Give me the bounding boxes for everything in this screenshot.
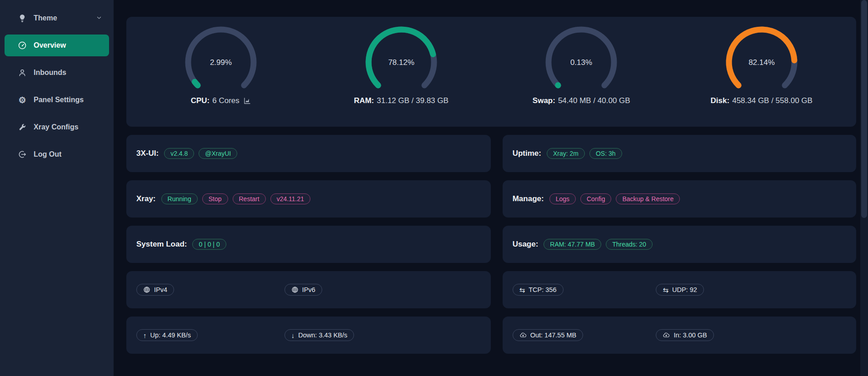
traffic-out-pill: Out: 147.55 MB	[513, 329, 584, 341]
config-button[interactable]: Config	[580, 193, 611, 204]
lightbulb-icon	[17, 13, 27, 23]
uptime-os-tag: OS: 3h	[589, 148, 622, 159]
xray-status-card: Xray: Running Stop Restart v24.11.21	[126, 180, 491, 218]
usage-threads-tag: Threads: 20	[606, 239, 653, 250]
upload-speed-pill: ↑ Up: 4.49 KB/s	[136, 329, 198, 341]
xui-panel: Theme Overview Inbounds	[0, 0, 868, 376]
disk-label: Disk:458.34 GB / 558.00 GB	[711, 96, 813, 105]
svg-text:78.12%: 78.12%	[388, 58, 414, 67]
sidebar-item-overview[interactable]: Overview	[5, 35, 109, 56]
arrow-down-icon: ↓	[291, 332, 295, 339]
swap-gauge: 0.13%	[543, 26, 620, 92]
card-label: 3X-UI:	[136, 149, 159, 158]
sidebar-item-panel-settings[interactable]: ⚙ Panel Settings	[0, 89, 114, 111]
dashboard-icon	[17, 40, 27, 50]
chevron-down-icon[interactable]	[96, 15, 102, 22]
card-label: Xray:	[136, 194, 156, 203]
wrench-icon	[17, 122, 27, 132]
svg-text:2.99%: 2.99%	[210, 58, 232, 67]
sidebar-item-label: Overview	[34, 41, 66, 49]
transfer-arrows-icon: ⇆	[519, 287, 525, 293]
system-gauges-card: 2.99% CPU:6 Cores 78.12% RAM:31.12 GB / …	[126, 17, 856, 127]
sidebar-item-label: Inbounds	[34, 69, 66, 77]
xray-restart-button[interactable]: Restart	[233, 193, 266, 204]
cpu-chart-icon[interactable]	[243, 97, 251, 105]
speed-card: ↑ Up: 4.49 KB/s ↓ Down: 3.43 KB/s	[126, 317, 491, 354]
sidebar-item-label: Log Out	[34, 150, 61, 158]
xray-running-badge: Running	[161, 193, 198, 204]
gauge-swap: 0.13% Swap:54.40 MB / 40.00 GB	[491, 26, 672, 127]
backup-restore-button[interactable]: Backup & Restore	[616, 193, 680, 204]
traffic-in-pill: In: 3.00 GB	[656, 329, 713, 341]
swap-label: Swap:54.40 MB / 40.00 GB	[533, 96, 630, 105]
xray-version-button[interactable]: v24.11.21	[270, 193, 310, 204]
connections-card: ⇆ TCP: 356 ⇆ UDP: 92	[503, 271, 856, 308]
gauge-ram: 78.12% RAM:31.12 GB / 39.83 GB	[311, 26, 492, 127]
xui-version-card: 3X-UI: v2.4.8 @XrayUI	[126, 135, 491, 172]
ip-card: IPv4 IPv6	[126, 271, 491, 308]
ipv6-pill: IPv6	[284, 284, 322, 296]
ram-label: RAM:31.12 GB / 39.83 GB	[354, 96, 449, 105]
logout-icon	[17, 149, 27, 159]
disk-gauge: 82.14%	[723, 26, 800, 92]
uptime-card: Uptime: Xray: 2m OS: 3h	[503, 135, 856, 172]
scrollbar-thumb[interactable]	[861, 0, 867, 218]
arrow-up-icon: ↑	[143, 332, 147, 339]
sidebar: Theme Overview Inbounds	[0, 0, 114, 376]
gauge-cpu: 2.99% CPU:6 Cores	[131, 26, 311, 127]
sidebar-item-label: Panel Settings	[34, 96, 84, 104]
card-label: Manage:	[513, 194, 544, 203]
globe-icon	[143, 286, 150, 293]
sidebar-item-theme[interactable]: Theme	[0, 7, 114, 29]
user-icon	[17, 68, 27, 78]
ram-gauge: 78.12%	[363, 26, 440, 92]
cpu-label: CPU:6 Cores	[191, 96, 251, 105]
card-label: System Load:	[136, 240, 187, 249]
cloud-upload-icon	[519, 331, 527, 339]
download-speed-pill: ↓ Down: 3.43 KB/s	[284, 329, 354, 341]
gauge-disk: 82.14% Disk:458.34 GB / 558.00 GB	[672, 26, 852, 127]
gear-icon: ⚙	[17, 95, 27, 105]
cpu-gauge: 2.99%	[182, 26, 259, 92]
xui-telegram-tag[interactable]: @XrayUI	[199, 148, 237, 159]
xray-stop-button[interactable]: Stop	[202, 193, 228, 204]
system-load-tag: 0 | 0 | 0	[192, 239, 226, 250]
globe-icon	[291, 286, 299, 293]
ipv4-pill: IPv4	[136, 284, 174, 296]
xui-version-tag[interactable]: v2.4.8	[164, 148, 194, 159]
scrollbar[interactable]	[860, 0, 868, 376]
udp-pill: ⇆ UDP: 92	[656, 284, 703, 296]
card-label: Usage:	[513, 240, 539, 249]
sidebar-item-label: Theme	[34, 14, 57, 22]
usage-card: Usage: RAM: 47.77 MB Threads: 20	[503, 226, 856, 263]
sidebar-item-xray-configs[interactable]: Xray Configs	[0, 116, 114, 138]
manage-card: Manage: Logs Config Backup & Restore	[503, 180, 856, 218]
main-content: 2.99% CPU:6 Cores 78.12% RAM:31.12 GB / …	[114, 0, 868, 376]
sidebar-item-label: Xray Configs	[34, 123, 79, 131]
card-label: Uptime:	[513, 149, 541, 158]
system-load-card: System Load: 0 | 0 | 0	[126, 226, 491, 263]
svg-text:0.13%: 0.13%	[570, 58, 592, 67]
transfer-arrows-icon: ⇆	[663, 287, 668, 293]
logs-button[interactable]: Logs	[549, 193, 576, 204]
sidebar-item-inbounds[interactable]: Inbounds	[0, 62, 114, 84]
cloud-upload-icon	[663, 331, 670, 339]
usage-ram-tag: RAM: 47.77 MB	[544, 239, 601, 250]
svg-text:82.14%: 82.14%	[748, 58, 775, 67]
sidebar-item-logout[interactable]: Log Out	[0, 143, 114, 165]
uptime-xray-tag: Xray: 2m	[547, 148, 585, 159]
traffic-card: Out: 147.55 MB In: 3.00 GB	[503, 317, 856, 354]
tcp-pill: ⇆ TCP: 356	[513, 284, 564, 296]
